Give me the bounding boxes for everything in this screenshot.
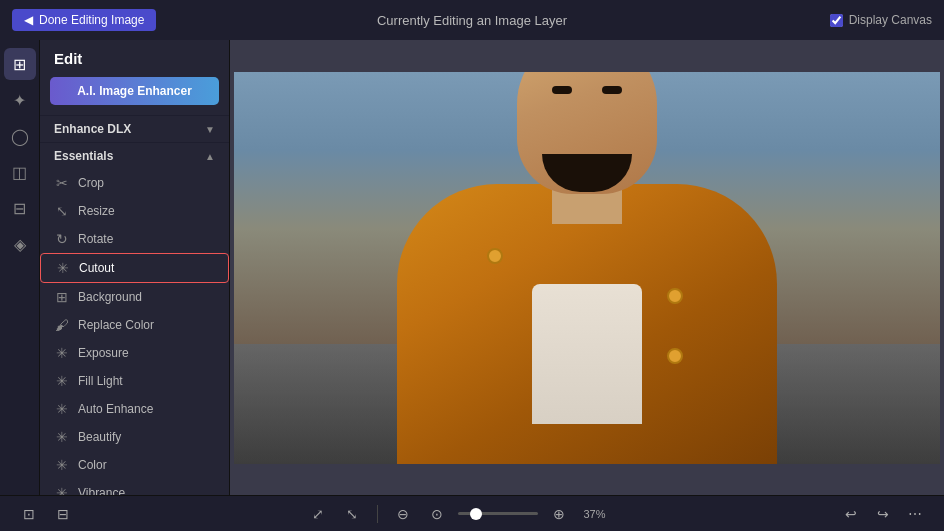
menu-item-crop[interactable]: ✂ Crop — [40, 169, 229, 197]
menu-item-resize-label: Resize — [78, 204, 115, 218]
menu-item-color-label: Color — [78, 458, 107, 472]
menu-item-cutout-label: Cutout — [79, 261, 114, 275]
done-button-label: Done Editing Image — [39, 13, 144, 27]
vibrance-icon: ✳ — [54, 485, 70, 495]
menu-item-beautify[interactable]: ✳ Beautify — [40, 423, 229, 451]
zoom-slider[interactable] — [458, 512, 538, 515]
menu-item-background-label: Background — [78, 290, 142, 304]
grid-small-icon[interactable]: ⊡ — [16, 501, 42, 527]
toolbar-right: ↩ ↪ ⋯ — [838, 501, 928, 527]
section-essentials[interactable]: Essentials ▲ — [40, 142, 229, 169]
expand-icon[interactable]: ⤢ — [305, 501, 331, 527]
menu-item-auto-enhance-label: Auto Enhance — [78, 402, 153, 416]
zoom-in-icon[interactable]: ⊕ — [546, 501, 572, 527]
toolbar-center: ⤢ ⤡ ⊖ ⊙ ⊕ 37% — [305, 501, 610, 527]
left-eye — [552, 86, 572, 94]
sidebar-item-shapes[interactable]: ◯ — [4, 120, 36, 152]
sidebar-item-effects[interactable]: ✦ — [4, 84, 36, 116]
sidebar-item-assets[interactable]: ⊟ — [4, 192, 36, 224]
undo-icon[interactable]: ↩ — [838, 501, 864, 527]
more-options-icon[interactable]: ⋯ — [902, 501, 928, 527]
menu-item-replace-color[interactable]: 🖌 Replace Color — [40, 311, 229, 339]
toolbar-left: ⊡ ⊟ — [16, 501, 76, 527]
back-arrow-icon: ◀ — [24, 13, 33, 27]
fill-light-icon: ✳ — [54, 373, 70, 389]
jacket-button-3 — [487, 248, 503, 264]
header-title: Currently Editing an Image Layer — [377, 13, 567, 28]
panel-title: Edit — [40, 40, 229, 73]
jacket-button-2 — [667, 348, 683, 364]
menu-item-background[interactable]: ⊞ Background — [40, 283, 229, 311]
canvas-area — [230, 40, 944, 495]
exposure-icon: ✳ — [54, 345, 70, 361]
sidebar-item-brand[interactable]: ◈ — [4, 228, 36, 260]
crop-icon: ✂ — [54, 175, 70, 191]
menu-item-vibrance-label: Vibrance — [78, 486, 125, 495]
section-enhance-dlx-label: Enhance DLX — [54, 122, 131, 136]
menu-item-fill-light-label: Fill Light — [78, 374, 123, 388]
section-enhance-dlx[interactable]: Enhance DLX ▼ — [40, 115, 229, 142]
icon-sidebar: ⊞ ✦ ◯ ◫ ⊟ ◈ — [0, 40, 40, 495]
color-icon: ✳ — [54, 457, 70, 473]
beautify-icon: ✳ — [54, 429, 70, 445]
menu-item-fill-light[interactable]: ✳ Fill Light — [40, 367, 229, 395]
zoom-level: 37% — [580, 508, 610, 520]
grid-large-icon[interactable]: ⊟ — [50, 501, 76, 527]
menu-item-exposure[interactable]: ✳ Exposure — [40, 339, 229, 367]
background-icon: ⊞ — [54, 289, 70, 305]
canvas-image — [234, 72, 940, 464]
menu-item-cutout[interactable]: ✳ Cutout — [40, 253, 229, 283]
header-right: Display Canvas — [830, 13, 932, 27]
menu-item-resize[interactable]: ⤡ Resize — [40, 197, 229, 225]
chevron-down-icon: ▼ — [205, 124, 215, 135]
edit-panel: Edit A.I. Image Enhancer Enhance DLX ▼ E… — [40, 40, 230, 495]
menu-item-crop-label: Crop — [78, 176, 104, 190]
auto-enhance-icon: ✳ — [54, 401, 70, 417]
menu-item-exposure-label: Exposure — [78, 346, 129, 360]
done-editing-button[interactable]: ◀ Done Editing Image — [12, 9, 156, 31]
menu-item-color[interactable]: ✳ Color — [40, 451, 229, 479]
menu-item-rotate-label: Rotate — [78, 232, 113, 246]
sidebar-item-layers[interactable]: ◫ — [4, 156, 36, 188]
menu-item-beautify-label: Beautify — [78, 430, 121, 444]
header: ◀ Done Editing Image Currently Editing a… — [0, 0, 944, 40]
shirt — [532, 284, 642, 424]
main-area: ⊞ ✦ ◯ ◫ ⊟ ◈ Edit A.I. Image Enhancer Enh… — [0, 40, 944, 495]
display-canvas-label: Display Canvas — [849, 13, 932, 27]
menu-item-replace-color-label: Replace Color — [78, 318, 154, 332]
ai-enhancer-button[interactable]: A.I. Image Enhancer — [50, 77, 219, 105]
menu-item-auto-enhance[interactable]: ✳ Auto Enhance — [40, 395, 229, 423]
right-eye — [602, 86, 622, 94]
section-essentials-label: Essentials — [54, 149, 113, 163]
zoom-dot-icon[interactable]: ⊙ — [424, 501, 450, 527]
replace-color-icon: 🖌 — [54, 317, 70, 333]
sidebar-item-adjustments[interactable]: ⊞ — [4, 48, 36, 80]
menu-item-vibrance[interactable]: ✳ Vibrance — [40, 479, 229, 495]
rotate-icon: ↻ — [54, 231, 70, 247]
toolbar-divider-1 — [377, 505, 378, 523]
redo-icon[interactable]: ↪ — [870, 501, 896, 527]
display-canvas-checkbox[interactable] — [830, 14, 843, 27]
zoom-out-icon[interactable]: ⊖ — [390, 501, 416, 527]
header-left: ◀ Done Editing Image — [12, 9, 156, 31]
jacket-button-1 — [667, 288, 683, 304]
menu-item-rotate[interactable]: ↻ Rotate — [40, 225, 229, 253]
resize-icon: ⤡ — [54, 203, 70, 219]
chevron-up-icon: ▲ — [205, 151, 215, 162]
bottom-toolbar: ⊡ ⊟ ⤢ ⤡ ⊖ ⊙ ⊕ 37% ↩ ↪ ⋯ — [0, 495, 944, 531]
compress-icon[interactable]: ⤡ — [339, 501, 365, 527]
cutout-icon: ✳ — [55, 260, 71, 276]
